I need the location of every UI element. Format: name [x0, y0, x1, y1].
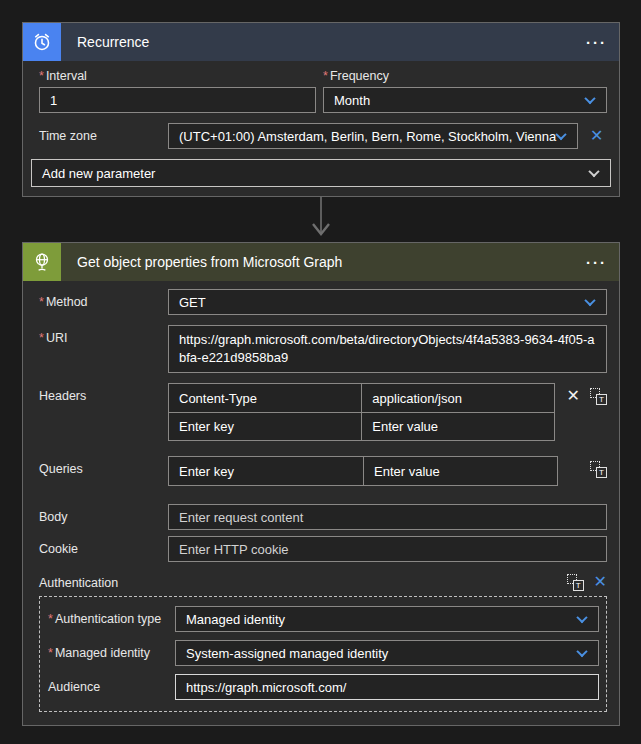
http-card-header[interactable]: Get object properties from Microsoft Gra…: [23, 243, 619, 281]
recurrence-card-body: *Interval 1 *Frequency Month Time zone (…: [23, 61, 619, 197]
frequency-label: *Frequency: [323, 69, 607, 83]
audience-label: Audience: [48, 674, 175, 700]
required-marker: *: [48, 646, 53, 660]
required-marker: *: [39, 69, 44, 83]
recurrence-icon: [23, 23, 61, 61]
method-dropdown[interactable]: GET: [168, 289, 607, 315]
header-key-input[interactable]: Enter key: [169, 413, 361, 440]
chevron-down-icon: [584, 93, 595, 104]
cookie-input[interactable]: Enter HTTP cookie: [168, 536, 607, 562]
designer-canvas: Recurrence ··· *Interval 1 *Frequency Mo…: [0, 0, 641, 744]
audience-input[interactable]: https://graph.microsoft.com/: [175, 674, 599, 700]
query-key-input[interactable]: Enter key: [169, 457, 363, 485]
authentication-text-mode-icon[interactable]: T: [567, 574, 584, 591]
body-label: Body: [39, 504, 168, 530]
recurrence-card-header[interactable]: Recurrence ···: [23, 23, 619, 61]
queries-row: Enter key Enter value: [169, 457, 557, 485]
queries-text-mode-icon[interactable]: T: [590, 461, 607, 478]
flow-connector-arrow: [309, 197, 333, 242]
headers-table: Content-Type application/json Enter key …: [168, 383, 555, 441]
auth-type-dropdown[interactable]: Managed identity: [175, 606, 599, 632]
remove-authentication-button[interactable]: ✕: [594, 574, 607, 590]
uri-input[interactable]: https://graph.microsoft.com/beta/directo…: [168, 325, 607, 373]
body-input[interactable]: Enter request content: [168, 504, 607, 530]
frequency-dropdown[interactable]: Month: [323, 87, 607, 113]
method-label: *Method: [39, 289, 168, 315]
timezone-label: Time zone: [39, 129, 168, 143]
required-marker: *: [39, 295, 44, 309]
queries-table: Enter key Enter value: [168, 456, 558, 486]
chevron-down-icon: [576, 646, 587, 657]
http-globe-icon: [23, 243, 61, 281]
chevron-down-icon: [584, 295, 595, 306]
queries-label: Queries: [39, 456, 168, 486]
recurrence-card: Recurrence ··· *Interval 1 *Frequency Mo…: [22, 22, 620, 197]
recurrence-menu-button[interactable]: ···: [586, 34, 607, 51]
header-value-input[interactable]: Enter value: [361, 413, 553, 440]
chevron-down-icon: [576, 612, 587, 623]
uri-label: *URI: [39, 325, 168, 373]
header-value-input[interactable]: application/json: [361, 384, 553, 412]
headers-text-mode-icon[interactable]: T: [590, 388, 607, 405]
chevron-down-icon: [555, 129, 566, 140]
headers-row: Enter key Enter value: [169, 412, 554, 440]
managed-identity-label: *Managed identity: [48, 640, 175, 666]
delete-header-row-button[interactable]: ✕: [567, 388, 580, 404]
headers-row: Content-Type application/json: [169, 384, 554, 412]
query-value-input[interactable]: Enter value: [363, 457, 557, 485]
http-menu-button[interactable]: ···: [586, 254, 607, 271]
interval-input[interactable]: 1: [39, 87, 316, 113]
required-marker: *: [48, 612, 53, 626]
add-parameter-dropdown[interactable]: Add new parameter: [31, 159, 611, 187]
required-marker: *: [39, 331, 44, 345]
interval-label: *Interval: [39, 69, 316, 83]
remove-timezone-button[interactable]: ✕: [590, 128, 603, 144]
http-action-card: Get object properties from Microsoft Gra…: [22, 242, 620, 726]
auth-type-label: *Authentication type: [48, 606, 175, 632]
authentication-group: *Authentication type Managed identity *M…: [39, 596, 607, 712]
managed-identity-dropdown[interactable]: System-assigned managed identity: [175, 640, 599, 666]
http-card-title: Get object properties from Microsoft Gra…: [77, 254, 586, 270]
authentication-label: Authentication: [39, 576, 555, 590]
recurrence-card-title: Recurrence: [77, 34, 586, 50]
chevron-down-icon: [588, 166, 599, 177]
http-card-body: *Method GET *URI https://graph.microsoft…: [23, 281, 619, 722]
header-key-input[interactable]: Content-Type: [169, 384, 361, 412]
cookie-label: Cookie: [39, 536, 168, 562]
timezone-dropdown[interactable]: (UTC+01:00) Amsterdam, Berlin, Bern, Rom…: [168, 123, 578, 149]
required-marker: *: [323, 69, 328, 83]
headers-label: Headers: [39, 383, 168, 441]
